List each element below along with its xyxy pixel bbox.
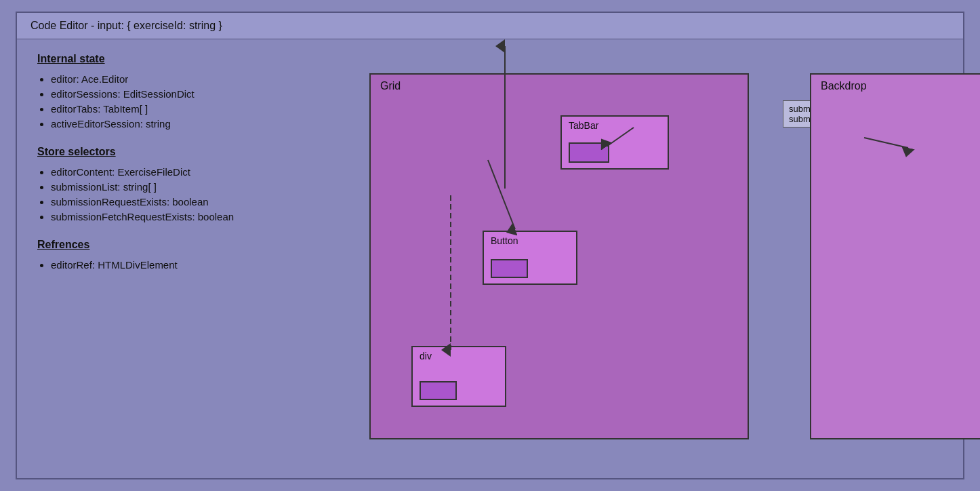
store-selectors-heading: Store selectors bbox=[37, 146, 295, 158]
list-item: editorSessions: EditSessionDict bbox=[51, 88, 295, 100]
list-item: editorRef: HTMLDivElement bbox=[51, 259, 295, 271]
references-heading: Refrences bbox=[37, 239, 295, 251]
list-item: activeEditorSession: string bbox=[51, 118, 295, 130]
grid-box: Grid TabBar Button div bbox=[369, 73, 749, 439]
backdrop-label: Backdrop bbox=[821, 80, 867, 92]
tabbar-label: TabBar bbox=[569, 120, 598, 131]
list-item: editorTabs: TabItem[ ] bbox=[51, 103, 295, 115]
list-item: submissionRequestExists: boolean bbox=[51, 196, 295, 208]
button-box: Button bbox=[483, 231, 577, 285]
title-bar: Code Editor - input: { exerciseId: strin… bbox=[17, 13, 963, 39]
internal-state-heading: Internal state bbox=[37, 53, 295, 65]
content-area: Internal state editor: Ace.Editor editor… bbox=[17, 39, 963, 475]
store-selectors-list: editorContent: ExerciseFileDict submissi… bbox=[37, 166, 295, 222]
left-panel: Internal state editor: Ace.Editor editor… bbox=[17, 39, 315, 475]
div-box: div bbox=[411, 346, 506, 407]
list-item: submissionList: string[ ] bbox=[51, 181, 295, 193]
tabbar-box: TabBar bbox=[560, 115, 669, 170]
tabbar-inner-box bbox=[569, 142, 609, 163]
backdrop-box: Backdrop bbox=[810, 73, 980, 439]
grid-label: Grid bbox=[380, 80, 401, 92]
list-item: editorContent: ExerciseFileDict bbox=[51, 166, 295, 178]
outer-container: Code Editor - input: { exerciseId: strin… bbox=[16, 12, 964, 479]
list-item: editor: Ace.Editor bbox=[51, 73, 295, 85]
internal-state-list: editor: Ace.Editor editorSessions: EditS… bbox=[37, 73, 295, 130]
diagram-area: handleSubmit editorRef editorTabs, handl… bbox=[315, 39, 963, 475]
list-item: submissionFetchRequestExists: boolean bbox=[51, 211, 295, 222]
title-text: Code Editor - input: { exerciseId: strin… bbox=[30, 20, 222, 31]
div-label: div bbox=[420, 351, 432, 361]
div-inner-box bbox=[420, 381, 457, 400]
button-label: Button bbox=[491, 235, 518, 246]
button-inner-box bbox=[491, 259, 528, 278]
references-list: editorRef: HTMLDivElement bbox=[37, 259, 295, 271]
